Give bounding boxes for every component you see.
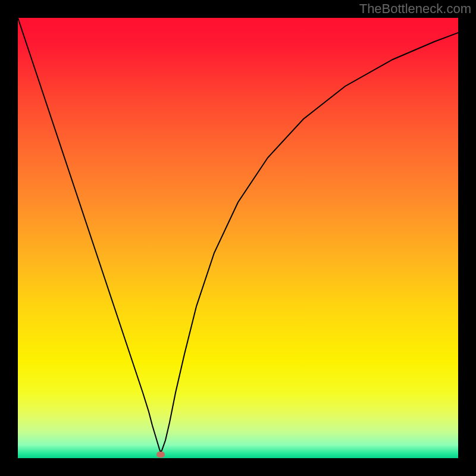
bottleneck-curve	[18, 18, 458, 452]
optimal-point-marker	[156, 452, 165, 458]
curve-svg	[18, 18, 458, 458]
plot-area	[18, 18, 458, 458]
chart-frame: TheBottleneck.com	[0, 0, 476, 476]
watermark-text: TheBottleneck.com	[359, 1, 471, 17]
